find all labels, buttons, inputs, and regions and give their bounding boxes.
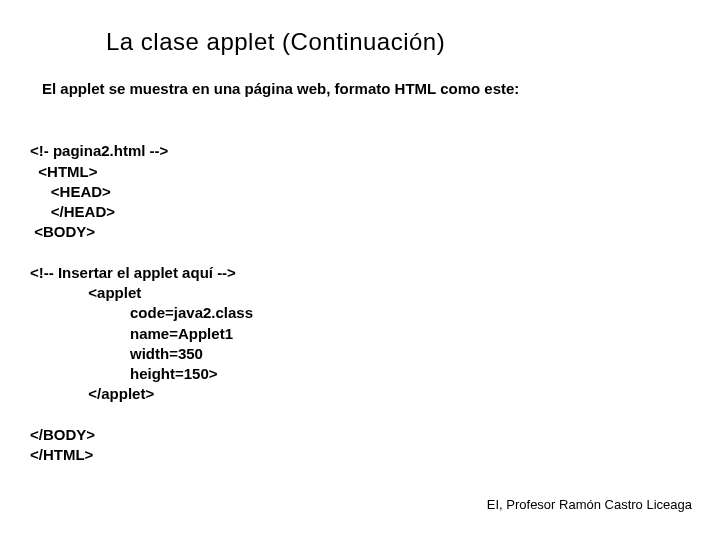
code-line: <BODY> <box>30 223 95 240</box>
code-line: height=150> <box>30 365 218 382</box>
slide: La clase applet (Continuación) El applet… <box>0 0 720 540</box>
code-line: name=Applet1 <box>30 325 233 342</box>
code-line: <HTML> <box>30 163 98 180</box>
code-line: <HEAD> <box>30 183 111 200</box>
code-line: </BODY> <box>30 426 95 443</box>
code-line: </HTML> <box>30 446 93 463</box>
code-line: width=350 <box>30 345 203 362</box>
code-line: <applet <box>30 284 141 301</box>
code-line: </HEAD> <box>30 203 115 220</box>
slide-title: La clase applet (Continuación) <box>106 28 692 56</box>
intro-text: El applet se muestra en una página web, … <box>42 80 692 97</box>
code-line: </applet> <box>30 385 154 402</box>
code-line: <!-- Insertar el applet aquí --> <box>30 264 236 281</box>
footer-text: EI, Profesor Ramón Castro Liceaga <box>487 497 692 512</box>
code-block: <!- pagina2.html --> <HTML> <HEAD> </HEA… <box>30 121 692 465</box>
code-line: code=java2.class <box>30 304 253 321</box>
code-line: <!- pagina2.html --> <box>30 142 168 159</box>
